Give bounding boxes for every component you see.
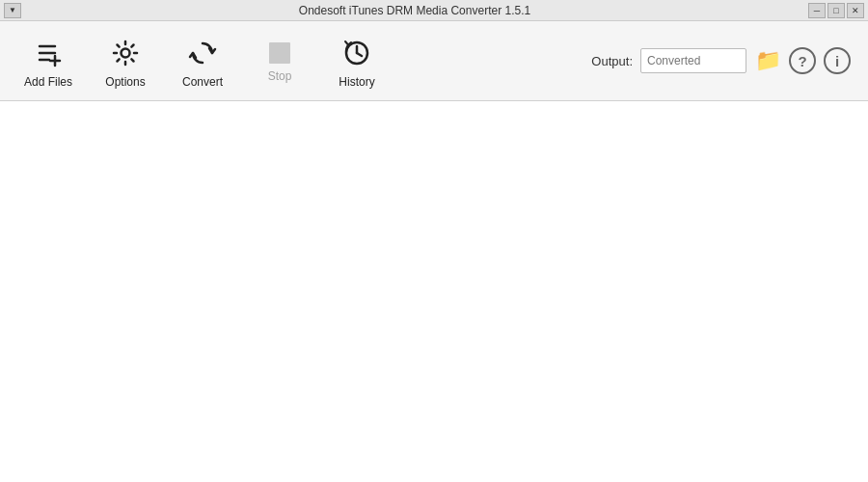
convert-label: Convert — [182, 75, 223, 89]
history-label: History — [339, 75, 374, 89]
app-title: Ondesoft iTunes DRM Media Converter 1.5.… — [21, 4, 808, 17]
output-label: Output: — [591, 54, 633, 68]
info-button[interactable]: i — [824, 47, 851, 74]
folder-icon: 📁 — [755, 48, 781, 73]
svg-line-8 — [357, 53, 362, 56]
main-content-area — [0, 101, 868, 482]
options-label: Options — [105, 75, 145, 89]
close-button[interactable]: ✕ — [847, 3, 864, 18]
add-files-label: Add Files — [24, 75, 72, 89]
convert-icon — [186, 37, 219, 69]
title-bar: ▼ Ondesoft iTunes DRM Media Converter 1.… — [0, 0, 868, 21]
stop-label: Stop — [268, 69, 292, 83]
convert-button[interactable]: Convert — [164, 25, 241, 97]
stop-button[interactable]: Stop — [241, 25, 318, 97]
stop-icon — [269, 42, 290, 64]
minimize-button[interactable]: ─ — [808, 3, 826, 18]
output-section: Output: 📁 ? i — [591, 47, 851, 74]
options-button[interactable]: Options — [87, 25, 164, 97]
help-button[interactable]: ? — [789, 47, 816, 74]
history-icon — [340, 37, 373, 69]
browse-folder-button[interactable]: 📁 — [754, 47, 781, 74]
toolbar: Add Files Options Convert Stop — [0, 21, 868, 101]
svg-point-5 — [122, 49, 130, 58]
history-button[interactable]: History — [318, 25, 395, 97]
options-icon — [109, 37, 142, 69]
add-files-icon — [32, 37, 65, 69]
title-bar-dropdown-btn[interactable]: ▼ — [4, 3, 21, 18]
maximize-button[interactable]: □ — [827, 3, 845, 18]
output-input[interactable] — [640, 48, 746, 73]
add-files-button[interactable]: Add Files — [10, 25, 87, 97]
window-controls: ─ □ ✕ — [808, 3, 864, 18]
